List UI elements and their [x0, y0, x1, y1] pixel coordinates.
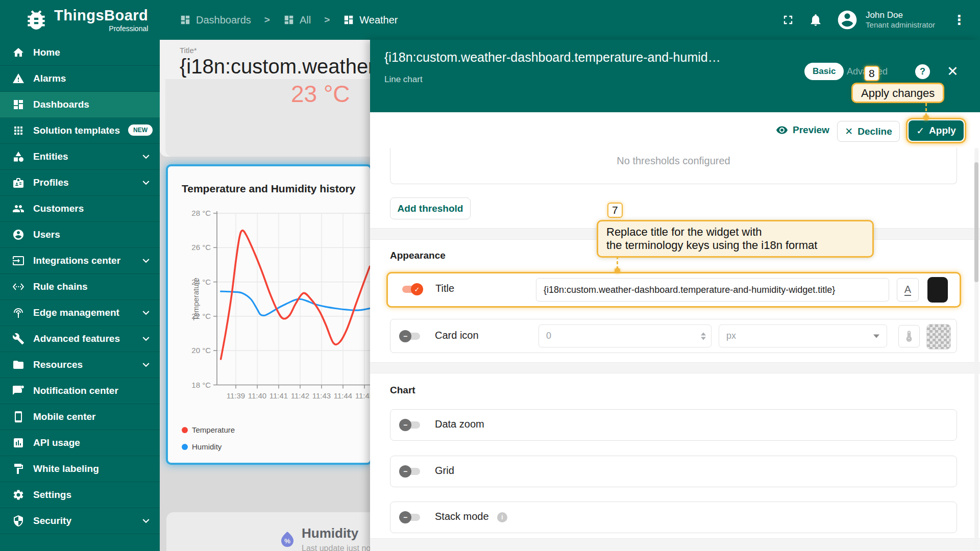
sidebar-item-users[interactable]: Users [0, 222, 160, 248]
legend-dot [182, 444, 188, 450]
svg-text:18 °C: 18 °C [191, 381, 211, 389]
chart-widget-title: Temperature and Humidity history [182, 183, 355, 195]
temperature-humidity-chart-widget[interactable]: 28 °C26 °C24 °C22 °C20 °C18 °C11:3911:40… [166, 164, 370, 465]
data-zoom-toggle[interactable]: − [399, 419, 423, 431]
logo-title: ThingsBoard [54, 7, 148, 24]
apps-icon [12, 124, 24, 137]
close-icon[interactable]: ✕ [947, 63, 959, 80]
chart-legend: TemperatureHumidity [182, 425, 235, 451]
temperature-line [221, 231, 370, 359]
chevron-down-icon [139, 514, 153, 528]
sidebar-item-label: Users [33, 229, 60, 240]
sidebar-item-notification-center[interactable]: Notification center [0, 378, 160, 404]
humidity-drop-icon: % [278, 528, 297, 551]
chevron-down-icon [139, 176, 153, 189]
sidebar-item-alarms[interactable]: Alarms [0, 66, 160, 92]
step-8-badge: 8 [864, 66, 879, 81]
breadcrumb-item-weather[interactable]: Weather [343, 14, 398, 26]
number-stepper[interactable] [701, 332, 706, 340]
sidebar-item-label: API usage [33, 437, 80, 448]
legend-item-temperature[interactable]: Temperature [182, 425, 235, 434]
sidebar-item-advanced-features[interactable]: Advanced features [0, 326, 160, 352]
user-avatar[interactable] [836, 9, 859, 31]
sidebar-item-customers[interactable]: Customers [0, 196, 160, 222]
grid-toggle[interactable]: − [399, 465, 423, 478]
stack-mode-toggle[interactable]: − [399, 511, 423, 523]
logo[interactable]: ThingsBoard Professional [23, 7, 148, 33]
sidebar-item-rule-chains[interactable]: Rule chains [0, 274, 160, 300]
data-zoom-label: Data zoom [435, 418, 484, 430]
section-divider [370, 362, 980, 373]
sidebar-item-resources[interactable]: Resources [0, 352, 160, 378]
top-header: ThingsBoard Professional Dashboards>All>… [0, 0, 980, 40]
sidebar-item-api-usage[interactable]: API usage [0, 430, 160, 456]
sidebar-item-dashboards[interactable]: Dashboards [0, 92, 160, 118]
sidebar-item-label: Notification center [33, 385, 118, 396]
input-icon [12, 255, 24, 267]
help-icon[interactable]: ? [915, 64, 930, 79]
legend-item-humidity[interactable]: Humidity [182, 442, 235, 451]
sidebar-item-label: Settings [33, 489, 71, 500]
legend-dot [182, 427, 188, 433]
sidebar-item-security[interactable]: Security [0, 508, 160, 534]
chart-heading: Chart [390, 385, 415, 396]
section-divider [370, 538, 980, 551]
eye-icon [776, 124, 788, 136]
user-info[interactable]: John Doe Tenant administrator [866, 10, 935, 30]
new-badge: NEW [128, 124, 153, 136]
breadcrumb-item-all[interactable]: All [283, 14, 311, 26]
toggle-minus-icon: − [399, 511, 411, 523]
header-actions: John Doe Tenant administrator ⋮ [781, 0, 980, 40]
chevron-down-icon [139, 358, 153, 371]
widget-title-field-input[interactable]: {i18n:custom.weather-dashboard.temperatu… [180, 55, 370, 78]
sidebar-item-edge-management[interactable]: Edge management [0, 300, 160, 326]
sidebar-item-home[interactable]: Home [0, 40, 160, 66]
sidebar-item-mobile-center[interactable]: Mobile center [0, 404, 160, 430]
font-settings-button[interactable]: A [897, 278, 919, 302]
svg-text:11:44: 11:44 [334, 391, 352, 400]
sidebar-item-integrations-center[interactable]: Integrations center [0, 248, 160, 274]
breadcrumb-separator: > [324, 14, 330, 26]
icon-size-unit-select[interactable]: px [719, 324, 887, 347]
people-icon [12, 203, 24, 215]
add-threshold-button[interactable]: Add threshold [390, 197, 471, 219]
sidebar-item-settings[interactable]: Settings [0, 482, 160, 508]
info-icon[interactable]: i [497, 512, 507, 522]
sidebar-item-label: Alarms [33, 73, 66, 84]
sidebar-item-entities[interactable]: Entities [0, 144, 160, 170]
decline-button[interactable]: ✕ Decline [837, 121, 900, 142]
x-icon: ✕ [845, 126, 853, 137]
title-value-input[interactable]: {i18n:custom.weather-dashboard.temperatu… [536, 278, 889, 302]
fullscreen-icon[interactable] [781, 13, 795, 27]
sidebar-item-white-labeling[interactable]: White labeling [0, 456, 160, 482]
icon-size-input[interactable]: 0 [538, 324, 712, 347]
title-color-swatch[interactable] [927, 277, 948, 303]
icon-color-swatch[interactable] [926, 324, 951, 349]
apply-label: Apply [929, 125, 956, 136]
tethering-icon [12, 307, 24, 319]
badge-icon [12, 177, 24, 189]
tab-basic[interactable]: Basic [804, 63, 844, 80]
breadcrumb-separator: > [264, 14, 270, 26]
breadcrumb-label: Dashboards [196, 14, 251, 26]
icon-picker-button[interactable] [898, 325, 920, 347]
sidebar-item-profiles[interactable]: Profiles [0, 170, 160, 196]
sidebar-item-label: Integrations center [33, 255, 120, 266]
card-icon-toggle[interactable]: − [399, 330, 423, 342]
humidity-widget: % Humidity Last update just now [166, 512, 370, 551]
assessment-icon [12, 437, 24, 449]
preview-button[interactable]: Preview [776, 120, 829, 140]
title-toggle[interactable]: ✓ [400, 283, 423, 295]
sidebar-item-label: Rule chains [33, 281, 88, 292]
notifications-bell-icon[interactable] [808, 13, 823, 27]
sidebar-item-solution-templates[interactable]: Solution templatesNEW [0, 118, 160, 144]
preview-label: Preview [793, 124, 829, 136]
breadcrumb-item-dashboards[interactable]: Dashboards [180, 14, 251, 26]
more-menu-icon[interactable]: ⋮ [952, 12, 966, 28]
warning-icon [12, 72, 24, 85]
sidebar-nav: HomeAlarmsDashboardsSolution templatesNE… [0, 40, 160, 551]
step-8-tooltip: Apply changes [851, 83, 944, 103]
apply-button[interactable]: ✓ Apply [909, 120, 964, 141]
scrollbar-thumb[interactable] [974, 162, 978, 282]
panel-toolbar: Preview ✕ Decline ✓ Apply [370, 112, 980, 148]
